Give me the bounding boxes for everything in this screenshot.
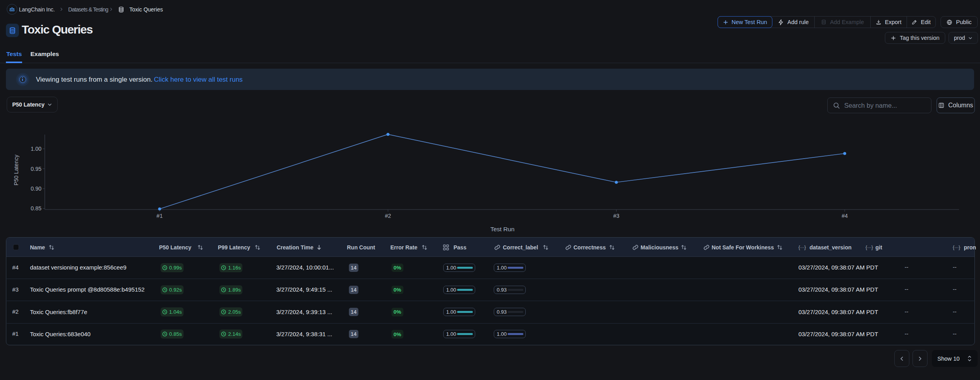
svg-text:P50 Latency: P50 Latency — [13, 155, 19, 185]
svg-text:0.85: 0.85 — [31, 205, 41, 212]
svg-text:1.00: 1.00 — [31, 146, 41, 152]
svg-text:0.95: 0.95 — [31, 166, 41, 172]
svg-text:0.90: 0.90 — [31, 185, 41, 192]
svg-text:#3: #3 — [613, 213, 620, 219]
svg-text:#1: #1 — [157, 213, 163, 219]
svg-text:Test Run: Test Run — [490, 226, 514, 232]
svg-text:#2: #2 — [385, 213, 391, 219]
svg-text:#4: #4 — [841, 213, 848, 219]
